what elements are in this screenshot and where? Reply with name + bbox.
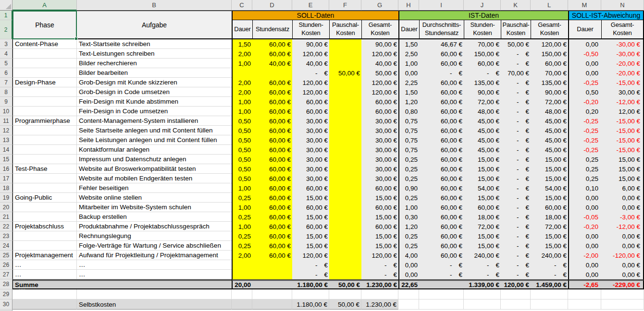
cell-H13[interactable]: 0,75 (398, 135, 419, 145)
col-title-abw-gesamt-kosten[interactable]: Gesamt- Kosten (601, 20, 644, 39)
cell-H21[interactable]: 0,30 (398, 212, 419, 222)
row-header-10[interactable]: 10 (0, 107, 12, 116)
selection-fill-handle[interactable] (74, 37, 78, 40)
cell-L10[interactable]: 48,00 € (531, 107, 568, 116)
cell-A27[interactable]: … (12, 270, 77, 279)
cell-G5[interactable]: 40,00 € (361, 59, 398, 68)
cell-K17[interactable]: -€ (501, 174, 531, 183)
cell-D26[interactable] (252, 260, 292, 270)
cell-H26[interactable]: 0,00 (398, 260, 419, 270)
cell-E19[interactable]: 15,00 € (292, 193, 329, 203)
cell-M12[interactable]: -0,25 (568, 126, 601, 135)
cell-D11[interactable]: 60,00 € (252, 116, 292, 126)
cell-C19[interactable]: 0,25 (232, 193, 252, 203)
cell-G16[interactable]: 30,00 € (361, 164, 398, 174)
cell-G22[interactable]: 60,00 € (361, 222, 398, 231)
cell-I5[interactable]: 60,00 € (419, 59, 464, 68)
cell-E18[interactable]: 60,00 € (292, 183, 329, 193)
cell-K12[interactable]: -€ (501, 126, 531, 135)
cell-B7[interactable]: Grob-Design mit Kunde skizzieren (77, 78, 232, 87)
cell-J11[interactable]: 45,00 € (464, 116, 501, 126)
cell-J25[interactable]: 240,00 € (464, 251, 501, 260)
cell-J14[interactable]: 45,00 € (464, 145, 501, 155)
cell-L8[interactable]: 90,00 € (531, 87, 568, 97)
cell-M22[interactable]: -0,20 (568, 222, 601, 231)
cell-N11[interactable]: -15,00 € (601, 116, 644, 126)
cell-N24[interactable]: 0,00 € (601, 241, 644, 251)
cell-A3[interactable]: Content-Phase (12, 39, 77, 49)
cell-H16[interactable]: 0,25 (398, 164, 419, 174)
cell-F30[interactable]: 50,00 € (329, 299, 361, 310)
column-header-K[interactable]: K (501, 0, 531, 11)
cell-D22[interactable]: 60,00 € (252, 222, 292, 231)
cell-M11[interactable]: -0,25 (568, 116, 601, 126)
cell-K27[interactable]: -€ (501, 270, 531, 279)
cell-B19[interactable]: Website online stellen (77, 193, 232, 203)
cell-K5[interactable]: -€ (501, 59, 531, 68)
cell-A5[interactable] (12, 59, 77, 68)
cell-B16[interactable]: Website auf Broswerkompatibilität testen (77, 164, 232, 174)
cell-C3[interactable]: 1,50 (232, 39, 252, 49)
cell-K14[interactable]: -€ (501, 145, 531, 155)
row-header-1[interactable]: 1 (0, 11, 12, 20)
row-header-9[interactable]: 9 (0, 97, 12, 107)
cell-H4[interactable]: 2,50 (398, 49, 419, 59)
cell-E13[interactable]: 30,00 € (292, 135, 329, 145)
cell-D4[interactable]: 60,00 € (252, 49, 292, 59)
cell-C26[interactable] (232, 260, 252, 270)
cell-D30[interactable] (252, 299, 292, 310)
cell-C10[interactable]: 1,00 (232, 107, 252, 116)
cell-N22[interactable]: -12,00 € (601, 222, 644, 231)
cell-I7[interactable]: 60,00 € (419, 78, 464, 87)
row-header-27[interactable]: 27 (0, 270, 12, 279)
cell-L18[interactable]: 54,00 € (531, 183, 568, 193)
cell-G17[interactable]: 30,00 € (361, 174, 398, 183)
cell-E17[interactable]: 30,00 € (292, 174, 329, 183)
cell-M30[interactable] (568, 299, 601, 310)
cell-K10[interactable]: -€ (501, 107, 531, 116)
cell-L16[interactable]: 15,00 € (531, 164, 568, 174)
cell-A20[interactable] (12, 203, 77, 212)
row-header-30[interactable]: 30 (0, 299, 12, 310)
col-title-soll-pauschal-kosten[interactable]: Pauschal- Kosten (329, 20, 361, 39)
cell-J15[interactable]: 15,00 € (464, 155, 501, 164)
cell-E6[interactable]: -€ (292, 68, 329, 78)
cell-G7[interactable]: 120,00 € (361, 78, 398, 87)
cell-A12[interactable] (12, 126, 77, 135)
cell-A22[interactable]: Projektabschluss (12, 222, 77, 231)
cell-F9[interactable] (329, 97, 361, 107)
cell-A13[interactable] (12, 135, 77, 145)
col-title-soll-stundensatz[interactable]: Stundensatz (252, 20, 292, 39)
cell-D9[interactable]: 60,00 € (252, 97, 292, 107)
cell-A14[interactable] (12, 145, 77, 155)
cell-B29[interactable] (77, 289, 232, 299)
cell-K24[interactable]: -€ (501, 241, 531, 251)
column-header-I[interactable]: I (419, 0, 464, 11)
cell-M26[interactable]: 0,00 (568, 260, 601, 270)
cell-I6[interactable]: -€ (419, 68, 464, 78)
cell-H24[interactable]: 0,25 (398, 241, 419, 251)
cell-F15[interactable] (329, 155, 361, 164)
row-header-25[interactable]: 25 (0, 251, 12, 260)
cell-L7[interactable]: 135,00 € (531, 78, 568, 87)
aufgabe-header-cell[interactable]: Aufgabe (77, 11, 232, 39)
cell-F29[interactable] (329, 289, 361, 299)
cell-H18[interactable]: 0,90 (398, 183, 419, 193)
cell-F13[interactable] (329, 135, 361, 145)
cell-G28[interactable]: 1.230,00 € (361, 279, 398, 289)
cell-G14[interactable]: 30,00 € (361, 145, 398, 155)
cell-G20[interactable]: 60,00 € (361, 203, 398, 212)
cell-J10[interactable]: 48,00 € (464, 107, 501, 116)
cell-L9[interactable]: 72,00 € (531, 97, 568, 107)
cell-E7[interactable]: 120,00 € (292, 78, 329, 87)
cell-K21[interactable]: -€ (501, 212, 531, 222)
cell-E26[interactable]: -€ (292, 260, 329, 270)
cell-G10[interactable]: 60,00 € (361, 107, 398, 116)
cell-D3[interactable]: 60,00 € (252, 39, 292, 49)
cell-C9[interactable]: 1,00 (232, 97, 252, 107)
cell-M4[interactable]: -0,50 (568, 49, 601, 59)
cell-D21[interactable]: 60,00 € (252, 212, 292, 222)
cell-B8[interactable]: Grob-Design in Code umsetzen (77, 87, 232, 97)
select-all-corner[interactable] (0, 0, 12, 11)
cell-E12[interactable]: 30,00 € (292, 126, 329, 135)
